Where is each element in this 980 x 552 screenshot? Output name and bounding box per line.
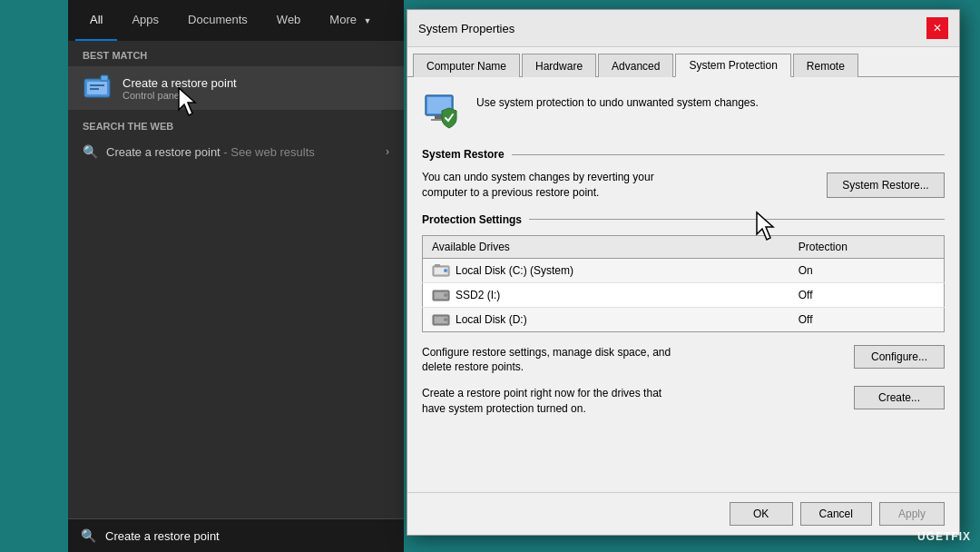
protection-settings-title-bar: Protection Settings (422, 213, 945, 226)
tab-all[interactable]: All (75, 0, 117, 41)
dialog-footer: OK Cancel Apply (407, 492, 959, 535)
col-available-drives: Available Drives (423, 235, 789, 258)
svg-rect-2 (90, 84, 104, 86)
dialog-titlebar: System Properties ✕ (407, 10, 959, 47)
web-result-item[interactable]: 🔍 Create a restore point - See web resul… (68, 137, 404, 166)
protection-settings-title: Protection Settings (422, 213, 522, 226)
system-protection-icon (422, 90, 466, 133)
configure-desc: Configure restore settings, manage disk … (422, 345, 676, 376)
col-protection: Protection (789, 235, 945, 258)
svg-rect-3 (90, 88, 99, 90)
create-desc: Create a restore point right now for the… (422, 386, 676, 417)
restore-point-icon (83, 74, 112, 103)
system-properties-dialog: System Properties ✕ Computer Name Hardwa… (407, 9, 960, 536)
tab-advanced[interactable]: Advanced (598, 54, 673, 77)
drives-table: Available Drives Protection (422, 235, 945, 332)
protection-settings-section: Protection Settings Available Drives Pro… (422, 213, 945, 332)
cancel-button[interactable]: Cancel (800, 502, 872, 526)
system-restore-section: System Restore You can undo system chang… (422, 148, 945, 201)
svg-rect-4 (101, 75, 108, 81)
system-restore-desc: You can undo system changes by reverting… (422, 170, 676, 201)
svg-rect-13 (435, 264, 440, 267)
result-title: Create a restore point (122, 76, 237, 90)
ok-button[interactable]: OK (730, 502, 793, 526)
protection-d: Off (789, 307, 945, 331)
protection-i: Off (789, 282, 945, 307)
table-row: Local Disk (D:) Off (423, 307, 945, 331)
drive-d-cell: Local Disk (D:) (423, 307, 789, 331)
system-restore-button[interactable]: System Restore... (827, 172, 945, 198)
tab-web[interactable]: Web (262, 0, 316, 41)
dialog-tabs: Computer Name Hardware Advanced System P… (407, 47, 959, 77)
apply-button[interactable]: Apply (879, 502, 945, 526)
tab-documents[interactable]: Documents (173, 0, 262, 41)
result-subtitle: Control panel (122, 90, 237, 101)
system-restore-title: System Restore (422, 148, 505, 161)
system-restore-divider (512, 154, 945, 155)
search-bar: 🔍 (68, 518, 404, 552)
configure-section: Configure restore settings, manage disk … (422, 345, 945, 376)
dialog-header-section: Use system protection to undo unwanted s… (422, 90, 945, 133)
web-result-arrow: › (386, 145, 389, 158)
table-row: Local Disk (C:) (System) On (423, 258, 945, 282)
table-row: SSD2 (I:) Off (423, 282, 945, 307)
dialog-content: Use system protection to undo unwanted s… (407, 77, 959, 492)
dialog-header-text: Use system protection to undo unwanted s… (476, 90, 759, 111)
search-bar-icon: 🔍 (81, 528, 96, 543)
protection-settings-divider (529, 219, 945, 220)
start-menu-tabs: All Apps Documents Web More ▼ (68, 0, 404, 41)
drive-i-cell: SSD2 (I:) (423, 282, 789, 307)
web-result-text: Create a restore point - See web results (106, 145, 386, 159)
search-results: Best match Create a restore point Contro… (68, 41, 404, 518)
create-section: Create a restore point right now for the… (422, 386, 945, 417)
search-web-label: Search the web (68, 110, 404, 137)
result-text: Create a restore point Control panel (122, 76, 237, 101)
protection-c: On (789, 258, 945, 282)
system-restore-row: You can undo system changes by reverting… (422, 170, 945, 201)
dialog-title: System Properties (418, 22, 514, 35)
watermark: UGETFIX (917, 530, 971, 543)
tab-apps[interactable]: Apps (117, 0, 173, 41)
start-menu: All Apps Documents Web More ▼ Best match… (68, 0, 404, 552)
web-search-icon: 🔍 (83, 144, 97, 159)
svg-point-19 (444, 318, 447, 321)
svg-point-12 (444, 269, 447, 272)
drive-c-cell: Local Disk (C:) (System) (423, 258, 789, 282)
tab-remote[interactable]: Remote (793, 54, 858, 77)
close-button[interactable]: ✕ (926, 17, 948, 39)
best-match-label: Best match (68, 41, 404, 66)
more-dropdown-arrow: ▼ (364, 16, 372, 25)
tab-hardware[interactable]: Hardware (522, 54, 596, 77)
restore-point-result[interactable]: Create a restore point Control panel (68, 66, 404, 110)
configure-button[interactable]: Configure... (854, 345, 945, 369)
svg-point-16 (444, 293, 447, 297)
create-button[interactable]: Create... (854, 386, 945, 409)
system-restore-title-bar: System Restore (422, 148, 945, 161)
tab-system-protection[interactable]: System Protection (675, 54, 790, 77)
tab-more[interactable]: More ▼ (315, 0, 386, 41)
search-input[interactable] (105, 529, 391, 543)
tab-computer-name[interactable]: Computer Name (413, 54, 520, 77)
